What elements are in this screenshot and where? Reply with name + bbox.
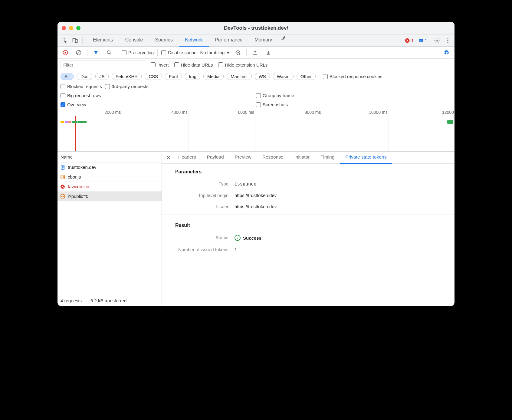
hide-data-urls-label: Hide data URLs [181,62,213,67]
chip-media[interactable]: Media [203,73,224,80]
disable-cache-checkbox[interactable]: Disable cache [161,50,196,55]
device-toolbar-icon[interactable] [70,36,80,45]
chip-wasm[interactable]: Wasm [273,73,294,80]
filter-input[interactable] [61,61,145,69]
param-label: Issuer [162,204,235,209]
screenshots-checkbox[interactable]: Screenshots [256,102,288,107]
clear-icon[interactable] [74,48,84,57]
chip-all[interactable]: All [61,73,74,80]
timeline-segment [72,121,77,123]
name-column-header[interactable]: Name [57,152,162,162]
chip-img[interactable]: Img [185,73,200,80]
param-label: Top level origin [162,193,235,198]
request-row[interactable]: favicon.ico [57,182,162,192]
svg-point-5 [436,40,438,41]
tab-headers[interactable]: Headers [173,152,202,164]
kebab-menu-icon[interactable] [443,36,453,45]
blocked-requests-label: Blocked requests [67,84,102,89]
screenshots-label: Screenshots [263,102,288,107]
request-row[interactable]: cbor.js [57,172,162,182]
request-row[interactable]: trusttoken.dev [57,162,162,172]
option-row-1: Big request rows Group by frame [57,91,455,100]
tab-response[interactable]: Response [257,152,289,164]
hide-extension-urls-label: Hide extension URLs [225,62,267,67]
svg-rect-4 [419,39,423,41]
message-count-badge[interactable]: 1 [418,38,427,43]
tab-payload[interactable]: Payload [202,152,229,164]
record-icon[interactable] [61,48,70,57]
chip-other[interactable]: Other [297,73,316,80]
main-toolbar: Elements Console Sources Network Perform… [57,34,455,47]
svg-point-6 [447,38,448,39]
group-by-frame-checkbox[interactable]: Group by frame [256,93,294,98]
tab-preview[interactable]: Preview [229,152,257,164]
chip-fetchxhr[interactable]: Fetch/XHR [112,73,142,80]
svg-point-8 [447,42,448,43]
timeline-segment [61,121,64,123]
window-title: DevTools - trusttoken.dev/ [57,25,455,31]
tab-initiator[interactable]: Initiator [289,152,315,164]
status-bar: 4 requests 6.2 kB transferred [57,295,162,306]
tick-label: 2000 ms [105,110,121,115]
upload-har-icon[interactable] [250,48,260,57]
result-tokens-row: Number of issued tokens 1 [162,244,455,255]
chip-doc[interactable]: Doc [77,73,93,80]
tab-elements[interactable]: Elements [87,34,119,47]
tab-sources[interactable]: Sources [149,34,179,47]
status-value: Success [243,235,261,241]
tab-console[interactable]: Console [119,34,149,47]
divider [162,215,455,215]
tick-label: 4000 ms [171,110,188,115]
close-detail-icon[interactable]: ✕ [164,154,173,161]
script-icon [60,194,65,199]
third-party-checkbox[interactable]: 3rd-party requests [105,84,149,89]
param-top-level-origin-row: Top level origin https://trusttoken.dev [162,190,455,201]
chip-manifest[interactable]: Manifest [227,73,252,80]
hide-data-urls-checkbox[interactable]: Hide data URLs [174,62,213,67]
param-label: Status [162,235,235,241]
tick-label: 6000 ms [238,110,254,115]
invert-checkbox[interactable]: Invert [151,62,169,67]
chip-ws[interactable]: WS [255,73,270,80]
type-filter-row: All Doc JS Fetch/XHR CSS Font Img Media … [57,71,455,82]
request-detail-panel: ✕ Headers Payload Preview Response Initi… [162,152,455,306]
preserve-log-checkbox[interactable]: Preserve log [122,50,154,55]
throttling-select[interactable]: No throttling ▾ [200,50,229,55]
chip-js[interactable]: JS [95,73,109,80]
chip-css[interactable]: CSS [145,73,162,80]
overview-checkbox[interactable]: Overview [61,102,86,107]
error-count-badge[interactable]: 1 [405,38,414,43]
filter-icon[interactable] [91,48,101,57]
blocked-requests-checkbox[interactable]: Blocked requests [61,84,102,89]
invert-label: Invert [157,62,169,67]
script-icon [60,174,65,180]
tab-performance[interactable]: Performance [209,34,249,47]
tab-private-state-tokens[interactable]: Private state tokens [340,152,392,164]
error-count: 1 [411,38,414,43]
divider [82,37,83,44]
timeline-segment [65,121,68,123]
hide-extension-urls-checkbox[interactable]: Hide extension URLs [218,62,267,67]
search-icon[interactable] [104,48,114,57]
inspect-icon[interactable] [59,36,69,45]
download-har-icon[interactable] [264,48,273,57]
param-label: Number of issued tokens [162,247,235,252]
svg-point-13 [238,54,238,54]
param-issuer-row: Issuer https://trusttoken.dev [162,201,455,212]
result-status-row: Status Success [162,232,455,244]
param-value: 1 [235,247,237,252]
big-request-rows-checkbox[interactable]: Big request rows [61,93,101,98]
blocked-response-cookies-checkbox[interactable]: Blocked response cookies [323,74,382,79]
tab-timing[interactable]: Timing [315,152,340,164]
request-row[interactable]: i?public=0 [57,192,162,201]
more-tabs-icon[interactable] [278,34,288,43]
chip-font[interactable]: Font [165,73,182,80]
timeline-overview[interactable]: 2000 ms 4000 ms 6000 ms 8000 ms 10000 ms… [57,109,455,152]
settings-icon[interactable] [432,36,442,45]
network-settings-icon[interactable] [442,48,451,57]
filter-bar: Invert Hide data URLs Hide extension URL… [57,59,455,71]
group-by-frame-label: Group by frame [263,93,294,98]
network-conditions-icon[interactable] [233,48,243,57]
tab-memory[interactable]: Memory [248,34,278,47]
tab-network[interactable]: Network [179,34,209,47]
